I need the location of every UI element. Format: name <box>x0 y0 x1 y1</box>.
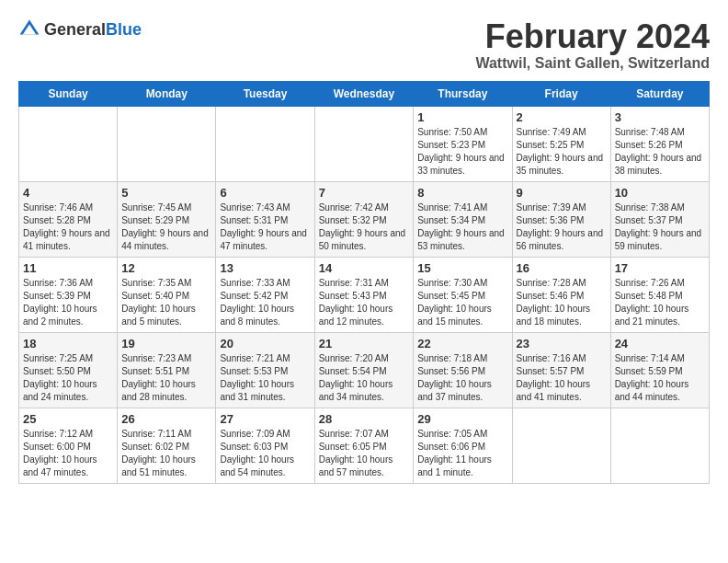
column-header-tuesday: Tuesday <box>216 81 314 106</box>
day-number: 15 <box>417 261 507 275</box>
calendar-cell: 21Sunrise: 7:20 AM Sunset: 5:54 PM Dayli… <box>314 332 414 408</box>
day-number: 6 <box>220 186 310 200</box>
calendar-cell: 15Sunrise: 7:30 AM Sunset: 5:45 PM Dayli… <box>414 257 512 332</box>
calendar-cell <box>216 106 314 181</box>
day-detail: Sunrise: 7:41 AM Sunset: 5:34 PM Dayligh… <box>417 201 507 253</box>
day-number: 28 <box>319 412 410 426</box>
calendar-cell: 19Sunrise: 7:23 AM Sunset: 5:51 PM Dayli… <box>118 332 216 408</box>
calendar-cell: 2Sunrise: 7:49 AM Sunset: 5:25 PM Daylig… <box>512 106 610 181</box>
calendar-cell: 8Sunrise: 7:41 AM Sunset: 5:34 PM Daylig… <box>414 181 512 257</box>
calendar-cell <box>314 106 414 181</box>
calendar-cell <box>118 106 216 181</box>
calendar-cell: 13Sunrise: 7:33 AM Sunset: 5:42 PM Dayli… <box>216 257 314 332</box>
week-row-5: 25Sunrise: 7:12 AM Sunset: 6:00 PM Dayli… <box>19 408 710 483</box>
calendar-cell: 17Sunrise: 7:26 AM Sunset: 5:48 PM Dayli… <box>610 257 709 332</box>
day-detail: Sunrise: 7:23 AM Sunset: 5:51 PM Dayligh… <box>121 352 211 404</box>
calendar-cell <box>512 408 610 483</box>
calendar-subtitle: Wattwil, Saint Gallen, Switzerland <box>475 55 710 72</box>
calendar-cell: 1Sunrise: 7:50 AM Sunset: 5:23 PM Daylig… <box>414 106 512 181</box>
day-detail: Sunrise: 7:16 AM Sunset: 5:57 PM Dayligh… <box>517 352 607 404</box>
calendar-cell: 4Sunrise: 7:46 AM Sunset: 5:28 PM Daylig… <box>19 181 118 257</box>
calendar-cell: 16Sunrise: 7:28 AM Sunset: 5:46 PM Dayli… <box>512 257 610 332</box>
header: GeneralBlue February 2024 Wattwil, Saint… <box>18 18 710 72</box>
day-detail: Sunrise: 7:28 AM Sunset: 5:46 PM Dayligh… <box>517 277 607 328</box>
day-detail: Sunrise: 7:42 AM Sunset: 5:32 PM Dayligh… <box>319 201 410 253</box>
calendar-cell: 5Sunrise: 7:45 AM Sunset: 5:29 PM Daylig… <box>118 181 216 257</box>
day-number: 18 <box>23 337 113 350</box>
day-detail: Sunrise: 7:30 AM Sunset: 5:45 PM Dayligh… <box>417 277 507 328</box>
column-header-sunday: Sunday <box>19 81 118 106</box>
day-detail: Sunrise: 7:20 AM Sunset: 5:54 PM Dayligh… <box>319 352 410 404</box>
day-detail: Sunrise: 7:26 AM Sunset: 5:48 PM Dayligh… <box>615 277 705 328</box>
day-number: 4 <box>23 186 113 200</box>
logo-text: GeneralBlue <box>44 20 142 40</box>
day-detail: Sunrise: 7:05 AM Sunset: 6:06 PM Dayligh… <box>417 428 507 479</box>
day-number: 3 <box>615 110 705 124</box>
day-number: 13 <box>220 261 310 275</box>
day-detail: Sunrise: 7:31 AM Sunset: 5:43 PM Dayligh… <box>319 277 410 328</box>
day-detail: Sunrise: 7:09 AM Sunset: 6:03 PM Dayligh… <box>220 428 310 479</box>
calendar-cell: 7Sunrise: 7:42 AM Sunset: 5:32 PM Daylig… <box>314 181 414 257</box>
calendar-cell <box>610 408 709 483</box>
day-number: 12 <box>121 261 211 275</box>
day-detail: Sunrise: 7:46 AM Sunset: 5:28 PM Dayligh… <box>23 201 113 253</box>
day-detail: Sunrise: 7:50 AM Sunset: 5:23 PM Dayligh… <box>417 126 507 178</box>
calendar-cell: 3Sunrise: 7:48 AM Sunset: 5:26 PM Daylig… <box>610 106 709 181</box>
day-detail: Sunrise: 7:11 AM Sunset: 6:02 PM Dayligh… <box>121 428 211 479</box>
day-number: 2 <box>517 110 607 124</box>
week-row-2: 4Sunrise: 7:46 AM Sunset: 5:28 PM Daylig… <box>19 181 710 257</box>
week-row-3: 11Sunrise: 7:36 AM Sunset: 5:39 PM Dayli… <box>19 257 710 332</box>
logo-general: General <box>44 20 106 39</box>
day-number: 19 <box>121 337 211 350</box>
day-number: 27 <box>220 412 310 426</box>
day-number: 10 <box>615 186 705 200</box>
calendar-cell: 20Sunrise: 7:21 AM Sunset: 5:53 PM Dayli… <box>216 332 314 408</box>
calendar-cell: 11Sunrise: 7:36 AM Sunset: 5:39 PM Dayli… <box>19 257 118 332</box>
day-detail: Sunrise: 7:39 AM Sunset: 5:36 PM Dayligh… <box>517 201 607 253</box>
column-header-thursday: Thursday <box>414 81 512 106</box>
day-detail: Sunrise: 7:21 AM Sunset: 5:53 PM Dayligh… <box>220 352 310 404</box>
calendar-cell: 23Sunrise: 7:16 AM Sunset: 5:57 PM Dayli… <box>512 332 610 408</box>
day-detail: Sunrise: 7:33 AM Sunset: 5:42 PM Dayligh… <box>220 277 310 328</box>
day-number: 20 <box>220 337 310 350</box>
logo-blue: Blue <box>106 20 142 39</box>
week-row-1: 1Sunrise: 7:50 AM Sunset: 5:23 PM Daylig… <box>19 106 710 181</box>
calendar-cell <box>19 106 118 181</box>
day-number: 26 <box>121 412 211 426</box>
calendar-table: SundayMondayTuesdayWednesdayThursdayFrid… <box>18 81 710 484</box>
calendar-cell: 29Sunrise: 7:05 AM Sunset: 6:06 PM Dayli… <box>414 408 512 483</box>
day-number: 9 <box>517 186 607 200</box>
day-number: 22 <box>417 337 507 350</box>
column-header-monday: Monday <box>118 81 216 106</box>
day-detail: Sunrise: 7:36 AM Sunset: 5:39 PM Dayligh… <box>23 277 113 328</box>
day-detail: Sunrise: 7:43 AM Sunset: 5:31 PM Dayligh… <box>220 201 310 253</box>
day-detail: Sunrise: 7:49 AM Sunset: 5:25 PM Dayligh… <box>517 126 607 178</box>
calendar-cell: 14Sunrise: 7:31 AM Sunset: 5:43 PM Dayli… <box>314 257 414 332</box>
column-header-friday: Friday <box>512 81 610 106</box>
calendar-cell: 26Sunrise: 7:11 AM Sunset: 6:02 PM Dayli… <box>118 408 216 483</box>
day-number: 24 <box>615 337 705 350</box>
day-number: 21 <box>319 337 410 350</box>
day-detail: Sunrise: 7:12 AM Sunset: 6:00 PM Dayligh… <box>23 428 113 479</box>
day-number: 5 <box>121 186 211 200</box>
day-number: 23 <box>517 337 607 350</box>
calendar-cell: 9Sunrise: 7:39 AM Sunset: 5:36 PM Daylig… <box>512 181 610 257</box>
calendar-title: February 2024 <box>475 18 710 55</box>
logo: GeneralBlue <box>18 18 142 40</box>
day-detail: Sunrise: 7:48 AM Sunset: 5:26 PM Dayligh… <box>615 126 705 178</box>
day-number: 16 <box>517 261 607 275</box>
calendar-cell: 18Sunrise: 7:25 AM Sunset: 5:50 PM Dayli… <box>19 332 118 408</box>
day-number: 29 <box>417 412 507 426</box>
day-number: 14 <box>319 261 410 275</box>
day-detail: Sunrise: 7:18 AM Sunset: 5:56 PM Dayligh… <box>417 352 507 404</box>
day-detail: Sunrise: 7:38 AM Sunset: 5:37 PM Dayligh… <box>615 201 705 253</box>
logo-icon <box>18 18 40 40</box>
calendar-cell: 22Sunrise: 7:18 AM Sunset: 5:56 PM Dayli… <box>414 332 512 408</box>
day-number: 11 <box>23 261 113 275</box>
title-area: February 2024 Wattwil, Saint Gallen, Swi… <box>475 18 710 72</box>
day-number: 25 <box>23 412 113 426</box>
calendar-cell: 27Sunrise: 7:09 AM Sunset: 6:03 PM Dayli… <box>216 408 314 483</box>
day-number: 7 <box>319 186 410 200</box>
calendar-cell: 6Sunrise: 7:43 AM Sunset: 5:31 PM Daylig… <box>216 181 314 257</box>
calendar-cell: 25Sunrise: 7:12 AM Sunset: 6:00 PM Dayli… <box>19 408 118 483</box>
